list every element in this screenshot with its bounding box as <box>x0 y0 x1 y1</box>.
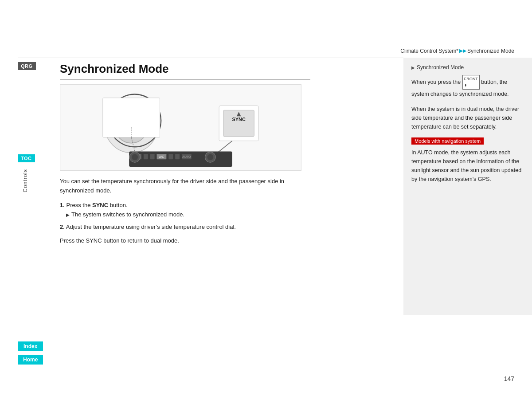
breadcrumb-sep <box>459 48 466 54</box>
climate-control-image: SYNC ●● SYNC A/C AUTO <box>60 84 301 171</box>
svg-text:SYNC: SYNC <box>232 117 246 122</box>
page-number: 147 <box>504 375 514 382</box>
note-2: When the system is in dual mode, the dri… <box>411 105 524 131</box>
step-1-suffix: button. <box>108 202 127 208</box>
svg-text:AUTO: AUTO <box>182 155 191 158</box>
press-sync: SYNC <box>86 237 102 244</box>
left-sidebar: QRG TOC Controls <box>18 62 62 192</box>
svg-rect-16 <box>144 154 148 160</box>
page-title: Synchronized Mode <box>60 62 310 76</box>
bottom-nav: Index Home <box>18 341 43 365</box>
step-1: 1. Press the SYNC button. The system swi… <box>60 201 310 220</box>
press-prefix: Press the <box>60 237 86 244</box>
svg-point-25 <box>207 154 213 161</box>
front-icon: FRONT⬇ <box>462 75 480 90</box>
index-button[interactable]: Index <box>18 341 43 351</box>
step-2-text: Adjust the temperature using driver’s si… <box>66 224 236 230</box>
controls-label: Controls <box>22 169 28 192</box>
nav-note-text: In AUTO mode, the system adjusts each te… <box>411 148 524 184</box>
qrg-tag[interactable]: QRG <box>18 62 36 70</box>
breadcrumb: Climate Control System* Synchronized Mod… <box>0 48 532 54</box>
step-1-result: The system switches to synchronized mode… <box>60 210 310 220</box>
main-content: Synchronized Mode SYNC ●● SYNC <box>60 62 310 246</box>
step-2-num: 2. <box>60 224 65 230</box>
svg-text:A/C: A/C <box>159 155 164 158</box>
breadcrumb-item-2: Synchronized Mode <box>467 48 514 54</box>
right-panel: Synchronized Mode When you press the FRO… <box>403 58 532 315</box>
step-1-sync: SYNC <box>92 202 108 208</box>
nav-badge: Models with navigation system <box>411 137 484 145</box>
note-header: Synchronized Mode <box>411 64 524 71</box>
svg-rect-6 <box>103 98 160 137</box>
step-1-num: 1. <box>60 202 65 208</box>
intro-text: You can set the temperature synchronousl… <box>60 177 310 196</box>
toc-tag[interactable]: TOC <box>18 154 35 162</box>
svg-rect-21 <box>175 154 180 160</box>
title-divider <box>60 79 310 80</box>
note-1: When you press the FRONT⬇ button, the sy… <box>411 75 524 98</box>
step-1-prefix: Press the <box>66 202 92 208</box>
press-sync-text: Press the SYNC button to return to dual … <box>60 236 310 246</box>
svg-rect-20 <box>168 154 173 160</box>
home-button[interactable]: Home <box>18 355 43 365</box>
breadcrumb-item-1: Climate Control System* <box>400 48 458 54</box>
svg-point-27 <box>132 154 138 161</box>
step-2: 2. Adjust the temperature using driver’s… <box>60 223 310 232</box>
svg-rect-17 <box>150 154 155 160</box>
press-suffix: button to return to dual mode. <box>102 237 179 244</box>
